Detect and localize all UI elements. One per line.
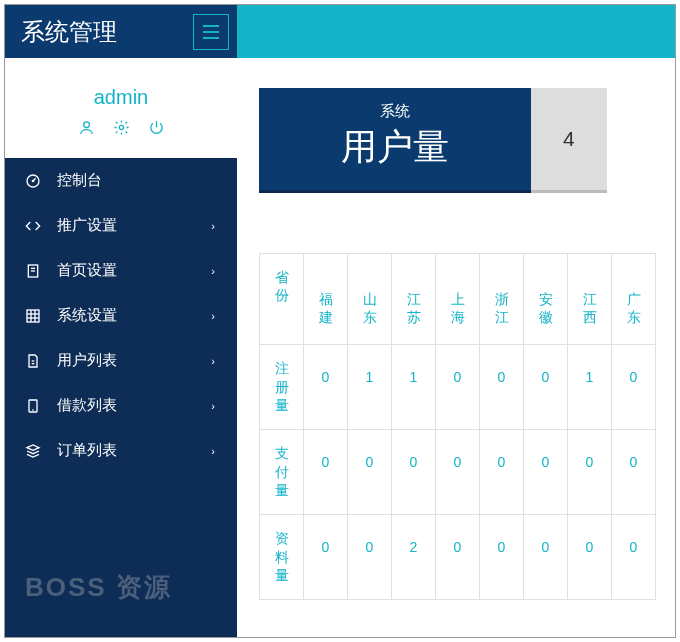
power-icon[interactable] [148, 119, 165, 136]
chevron-right-icon: › [211, 310, 215, 322]
user-name: admin [5, 86, 237, 109]
brand-title: 系统管理 [21, 16, 117, 48]
table-cell: 1 [392, 345, 436, 430]
tablet-icon [25, 398, 45, 414]
table-cell: 0 [524, 345, 568, 430]
chevron-right-icon: › [211, 400, 215, 412]
table-col-header: 福建 [304, 254, 348, 345]
svg-rect-1 [203, 31, 219, 33]
svg-rect-10 [27, 310, 39, 322]
nav-label: 订单列表 [57, 441, 117, 460]
table-cell: 0 [480, 515, 524, 600]
table-cell: 0 [612, 515, 656, 600]
nav-label: 系统设置 [57, 306, 117, 325]
nav-label: 推广设置 [57, 216, 117, 235]
table-col-header: 浙江 [480, 254, 524, 345]
svg-rect-2 [203, 37, 219, 39]
table-cell: 1 [568, 345, 612, 430]
table-cell: 0 [348, 515, 392, 600]
table-cell: 0 [436, 345, 480, 430]
table-cell: 0 [568, 430, 612, 515]
stat-card: 系统 用户量 4 [259, 88, 675, 193]
watermark: BOSS 资源 [25, 570, 172, 605]
stat-card-label: 系统 用户量 [259, 88, 531, 193]
dashboard-icon [25, 173, 45, 189]
table-col-header: 广东 [612, 254, 656, 345]
table-cell: 0 [524, 430, 568, 515]
stat-card-title: 用户量 [341, 123, 449, 172]
table-cell: 0 [568, 515, 612, 600]
svg-point-4 [119, 125, 123, 129]
grid-icon [25, 308, 45, 324]
sidebar: admin 控制台推广设置›首页设置›系统设置›用户列表›借款列表›订单列表› … [5, 58, 237, 637]
nav-item-4[interactable]: 用户列表› [5, 338, 237, 383]
table-col-header: 山东 [348, 254, 392, 345]
main: 系统 用户量 4 省份福建山东江苏上海浙江安徽江西广东注册量01100010支付… [237, 58, 675, 637]
nav-label: 用户列表 [57, 351, 117, 370]
data-table: 省份福建山东江苏上海浙江安徽江西广东注册量01100010支付量00000000… [259, 253, 675, 600]
nav-label: 借款列表 [57, 396, 117, 415]
table-cell: 0 [480, 430, 524, 515]
stack-icon [25, 443, 45, 459]
table-cell: 0 [304, 345, 348, 430]
table-row-label: 注册量 [260, 345, 304, 430]
table-cell: 0 [392, 430, 436, 515]
chevron-right-icon: › [211, 445, 215, 457]
hamburger-icon [203, 25, 219, 39]
table-cell: 0 [436, 515, 480, 600]
table-cell: 2 [392, 515, 436, 600]
chevron-right-icon: › [211, 355, 215, 367]
table-cell: 0 [304, 430, 348, 515]
table-cell: 0 [524, 515, 568, 600]
topbar: 系统管理 [5, 5, 675, 58]
file-icon [25, 353, 45, 369]
table-corner: 省份 [260, 254, 304, 345]
table-row-label: 资料量 [260, 515, 304, 600]
svg-point-3 [83, 122, 89, 128]
svg-point-6 [32, 179, 35, 182]
nav-item-3[interactable]: 系统设置› [5, 293, 237, 338]
nav: 控制台推广设置›首页设置›系统设置›用户列表›借款列表›订单列表› [5, 158, 237, 637]
stat-card-sub: 系统 [341, 102, 449, 121]
stat-card-value: 4 [531, 88, 607, 193]
table-cell: 0 [612, 430, 656, 515]
svg-rect-0 [203, 25, 219, 27]
chevron-right-icon: › [211, 220, 215, 232]
nav-label: 控制台 [57, 171, 102, 190]
nav-item-6[interactable]: 订单列表› [5, 428, 237, 473]
nav-item-5[interactable]: 借款列表› [5, 383, 237, 428]
table-col-header: 上海 [436, 254, 480, 345]
table-col-header: 江西 [568, 254, 612, 345]
table-col-header: 江苏 [392, 254, 436, 345]
nav-item-1[interactable]: 推广设置› [5, 203, 237, 248]
table-col-header: 安徽 [524, 254, 568, 345]
table-cell: 0 [348, 430, 392, 515]
user-box: admin [5, 58, 237, 158]
nav-item-2[interactable]: 首页设置› [5, 248, 237, 293]
table-cell: 0 [480, 345, 524, 430]
chevron-right-icon: › [211, 265, 215, 277]
table-cell: 1 [348, 345, 392, 430]
user-icon[interactable] [78, 119, 95, 136]
gear-icon[interactable] [113, 119, 130, 136]
page-icon [25, 263, 45, 279]
code-icon [25, 218, 45, 234]
table-cell: 0 [436, 430, 480, 515]
table-cell: 0 [612, 345, 656, 430]
table-cell: 0 [304, 515, 348, 600]
menu-toggle-button[interactable] [193, 14, 229, 50]
nav-label: 首页设置 [57, 261, 117, 280]
topbar-left: 系统管理 [5, 5, 237, 58]
nav-item-0[interactable]: 控制台 [5, 158, 237, 203]
table-row-label: 支付量 [260, 430, 304, 515]
